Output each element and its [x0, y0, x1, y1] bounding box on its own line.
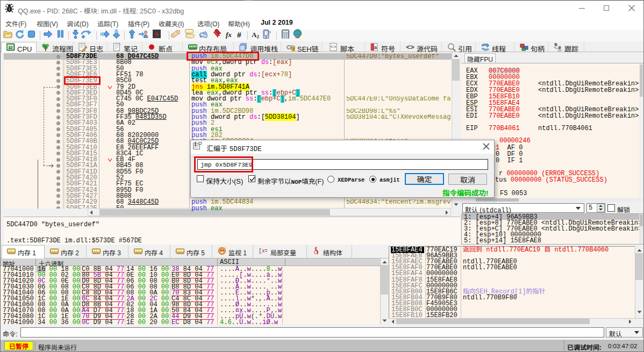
svg-text:<>: <> [406, 44, 414, 52]
svg-text:S: S [155, 31, 159, 38]
svg-text:[x=]: [x=] [259, 248, 267, 254]
svg-text:<>: <> [331, 45, 337, 50]
svg-text:32: 32 [9, 46, 13, 49]
svg-text:?: ? [292, 47, 295, 52]
